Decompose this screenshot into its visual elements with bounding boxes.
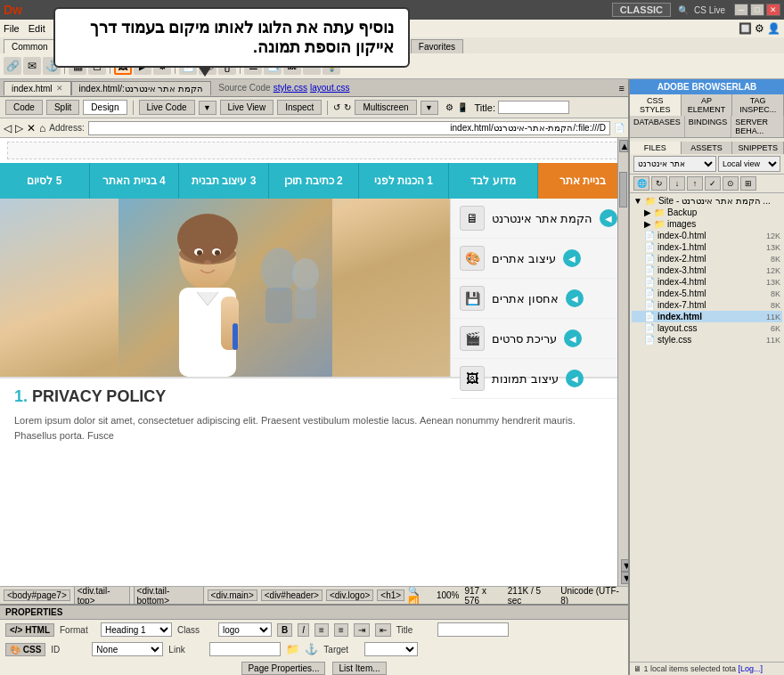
rp-file-index4[interactable]: 📄 index-4.html 13K [632, 276, 782, 288]
vertical-scrollbar[interactable]: ▲ ▼ ▼ [617, 138, 628, 586]
status-tag-div3[interactable]: <div.main> [208, 590, 257, 601]
sidebar-item-photo[interactable]: ◀ עיצוב תמונות 🖼 [451, 359, 628, 399]
devices-icon[interactable]: 📱 [457, 102, 468, 112]
nav-stop-icon[interactable]: ✕ [27, 122, 36, 134]
sidebar-item-video[interactable]: ◀ עריכת סרטים 🎬 [451, 319, 628, 359]
rp-tab-ap-element[interactable]: AP ELEMENT [682, 94, 733, 116]
sidebar-item-hosting[interactable]: ◀ אחסון אתרים 💾 [451, 279, 628, 319]
rp-file-index1[interactable]: 📄 index-1.html 13K [632, 241, 782, 253]
props-html-btn[interactable]: </> HTML [5, 623, 54, 637]
props-ol-btn[interactable]: ≡ [334, 623, 348, 637]
props-class-select[interactable]: logo [218, 622, 272, 637]
status-tag-div2[interactable]: <div.tail-bottom> [134, 586, 204, 604]
address-input[interactable] [88, 121, 610, 135]
sidebar-item-design[interactable]: ◀ עיצוב אתרים 🎨 [451, 239, 628, 279]
btn-multiscreen[interactable]: Multiscreen [355, 100, 416, 115]
rp-file-index7[interactable]: 📄 index-7.html 8K [632, 299, 782, 311]
status-tag-div1[interactable]: <div.tail-top> [74, 586, 130, 604]
rp-view-select[interactable]: Local view [718, 156, 780, 172]
settings-icon[interactable]: ⚙ [445, 102, 453, 112]
menu-icon-3[interactable]: 👤 [767, 22, 780, 35]
page-properties-button[interactable]: Page Properties... [241, 662, 325, 675]
status-tag-div5[interactable]: <div.logo> [326, 590, 373, 601]
rp-btn-checkout[interactable]: ⊙ [723, 176, 739, 191]
props-title-input[interactable] [437, 622, 509, 637]
tab-common[interactable]: Common [4, 39, 56, 53]
rp-file-style[interactable]: 📄 style.css 11K [632, 334, 782, 346]
sidebar-item-web[interactable]: ◀ הקמת אתר אינטרנט 🖥 [451, 199, 628, 239]
props-target-select[interactable] [364, 642, 418, 656]
file-tab-remote[interactable]: הקמת אתר אינטרנט:/index.html [71, 81, 212, 95]
btn-live-code[interactable]: Live Code [139, 100, 195, 115]
file-tab-index[interactable]: index.html ✕ [4, 81, 71, 95]
nav-item-why[interactable]: מדוע לבד [449, 163, 539, 199]
props-format-select[interactable]: Heading 1 [101, 622, 172, 637]
nav-back-icon[interactable]: ◁ [4, 122, 12, 134]
scrollbar-end-btn[interactable]: ▼ [621, 572, 628, 584]
btn-code[interactable]: Code [5, 100, 43, 115]
rp-tab-snippets[interactable]: SNIPPETS [732, 142, 784, 154]
panel-toggle-icon[interactable]: ≡ [619, 83, 625, 94]
classic-badge[interactable]: CLASSIC [612, 3, 671, 17]
props-link-anchor-icon[interactable]: ⚓ [305, 643, 318, 655]
cs-live-label[interactable]: CS Live [694, 5, 725, 15]
refresh-icon[interactable]: ↺ [333, 102, 340, 112]
btn-live-view[interactable]: Live View [220, 100, 274, 115]
source-tab-sourcecode[interactable]: Source Code [218, 83, 270, 93]
status-tag-div4[interactable]: <div#header> [261, 590, 323, 601]
menu-file[interactable]: File [4, 23, 20, 34]
close-button[interactable]: ✕ [766, 4, 780, 16]
rp-site-select[interactable]: אתר אינטרנט [633, 156, 716, 172]
props-css-btn[interactable]: 🎨 CSS [5, 643, 45, 656]
scrollbar-thumb[interactable] [619, 172, 627, 207]
rp-subtab-databases[interactable]: DATABASES [630, 116, 685, 137]
nav-item-3[interactable]: 3 עיצוב תבנית [179, 163, 269, 199]
source-tab-style[interactable]: style.css [274, 83, 307, 93]
nav-item-1[interactable]: 1 הכנות לפני [359, 163, 449, 199]
props-italic-btn[interactable]: I [298, 623, 309, 637]
status-tag-body[interactable]: <body#page7> [4, 590, 70, 601]
rp-tab-css-styles[interactable]: CSS STYLES [630, 94, 682, 116]
rp-btn-get[interactable]: ↓ [669, 176, 685, 191]
btn-split[interactable]: Split [46, 100, 79, 115]
list-item-button[interactable]: List Item... [332, 662, 386, 675]
file-tab-close-index[interactable]: ✕ [56, 84, 63, 93]
props-link-input[interactable] [209, 642, 281, 656]
props-link-browse-icon[interactable]: 📁 [286, 643, 299, 655]
props-indent-btn[interactable]: ⇥ [354, 623, 370, 637]
props-bold-btn[interactable]: B [277, 623, 292, 637]
sync-icon[interactable]: ↻ [344, 102, 351, 112]
nav-item-4[interactable]: 4 בניית האתר [90, 163, 180, 199]
icon-email[interactable]: ✉ [23, 57, 41, 75]
scrollbar-up-btn[interactable]: ▲ [619, 140, 628, 152]
btn-design[interactable]: Design [83, 100, 127, 115]
rp-tab-files[interactable]: FILES [630, 142, 682, 154]
rp-subtab-bindings[interactable]: BINDINGS [685, 116, 732, 137]
rp-tab-tag-inspect[interactable]: TAG INSPEC... [732, 94, 784, 116]
tab-favorites[interactable]: Favorites [411, 39, 463, 53]
rp-tab-assets[interactable]: ASSETS [682, 142, 733, 154]
status-tag-h1[interactable]: <h1> [377, 590, 404, 601]
maximize-button[interactable]: □ [750, 4, 764, 16]
nav-item-5[interactable]: 5 לסיום [0, 163, 90, 199]
scrollbar-down-btn[interactable]: ▼ [621, 559, 628, 572]
rp-btn-checkin[interactable]: ✓ [705, 176, 721, 191]
title-input[interactable] [498, 101, 569, 114]
rp-root-item[interactable]: ▼ 📁 Site - הקמת אתר אינטרנט ... [632, 195, 782, 207]
rp-file-index3[interactable]: 📄 index-3.html 12K [632, 264, 782, 276]
menu-icon-1[interactable]: 🔲 [739, 22, 752, 35]
rp-backup-item[interactable]: ▶ 📁 Backup [632, 207, 782, 218]
props-ul-btn[interactable]: ≡ [314, 623, 329, 637]
menu-icon-2[interactable]: ⚙ [755, 22, 764, 35]
rp-file-index[interactable]: 📄 index.html 11K [632, 311, 782, 322]
address-go-icon[interactable]: 📄 [614, 123, 625, 133]
btn-live-code-arrow[interactable]: ▼ [199, 101, 216, 115]
props-outdent-btn[interactable]: ⇤ [375, 623, 391, 637]
rp-images-item[interactable]: ▶ 📁 images [632, 218, 782, 230]
rp-btn-put[interactable]: ↑ [687, 176, 703, 191]
rp-btn-expand[interactable]: ⊞ [740, 176, 756, 191]
minimize-button[interactable]: ─ [734, 4, 748, 16]
rp-file-layout[interactable]: 📄 layout.css 6K [632, 322, 782, 334]
btn-multiscreen-arrow[interactable]: ▼ [421, 101, 438, 115]
rp-subtab-server[interactable]: SERVER BEHA... [731, 116, 784, 137]
